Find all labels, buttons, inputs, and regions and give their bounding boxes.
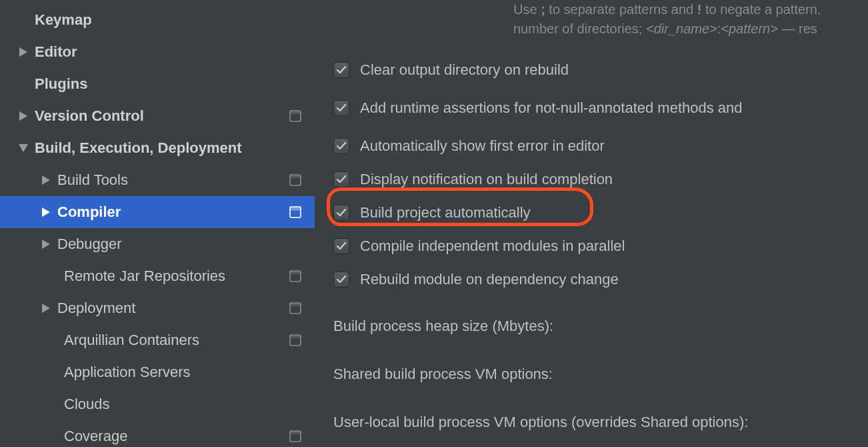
sidebar-label: Keymap	[35, 11, 315, 29]
sidebar-item-build-tools[interactable]: Build Tools	[0, 164, 315, 196]
expand-down-icon[interactable]	[17, 144, 29, 152]
check-display-notification[interactable]: Display notification on build completion	[333, 163, 868, 196]
sidebar-item-clouds[interactable]: Clouds	[0, 388, 315, 420]
sidebar-label: Arquillian Containers	[64, 332, 285, 349]
sidebar-label: Build, Execution, Deployment	[35, 139, 315, 157]
hint-text: to separate patterns and	[545, 2, 697, 17]
sidebar-label: Editor	[35, 43, 315, 61]
sidebar-item-remote-jar[interactable]: Remote Jar Repositories	[0, 260, 315, 292]
checkbox-checked-icon[interactable]	[333, 205, 349, 221]
sidebar-label: Deployment	[57, 300, 285, 317]
sidebar-label: Debugger	[57, 236, 315, 253]
project-scope-icon	[285, 302, 305, 314]
checkbox-checked-icon[interactable]	[333, 138, 349, 154]
svg-rect-13	[290, 431, 301, 434]
sidebar-item-editor[interactable]: Editor	[0, 36, 315, 68]
expand-right-icon[interactable]	[40, 240, 52, 249]
check-show-first-error[interactable]: Automatically show first error in editor	[333, 129, 868, 163]
expand-right-icon[interactable]	[17, 47, 29, 57]
label-user-vm: User-local build process VM options (ove…	[333, 404, 868, 440]
project-scope-icon	[285, 174, 305, 186]
sidebar-label: Clouds	[64, 396, 315, 413]
check-build-automatically[interactable]: Build project automatically	[333, 196, 868, 230]
project-scope-icon	[285, 110, 305, 122]
project-scope-icon	[285, 206, 305, 218]
sidebar-label: Build Tools	[57, 171, 285, 189]
sidebar-label: Version Control	[35, 107, 285, 125]
sidebar-item-plugins[interactable]: Plugins	[0, 68, 315, 100]
expand-right-icon[interactable]	[40, 207, 52, 217]
settings-content: Use ; to separate patterns and ! to nega…	[315, 0, 868, 447]
sidebar-item-deployment[interactable]: Deployment	[0, 292, 315, 324]
check-label: Compile independent modules in parallel	[360, 238, 625, 255]
expand-right-icon[interactable]	[40, 175, 52, 185]
checkbox-checked-icon[interactable]	[333, 100, 349, 116]
hint-dirname: <dir_name>	[646, 21, 717, 36]
checkbox-checked-icon[interactable]	[333, 238, 349, 254]
checkbox-checked-icon[interactable]	[333, 62, 349, 78]
expand-right-icon[interactable]	[17, 111, 29, 121]
sidebar-item-app-servers[interactable]: Application Servers	[0, 356, 315, 388]
project-scope-icon	[285, 334, 305, 346]
sidebar-label: Compiler	[57, 203, 285, 221]
sidebar-label: Coverage	[64, 428, 285, 445]
svg-rect-3	[290, 175, 301, 178]
svg-rect-7	[290, 271, 301, 274]
svg-rect-9	[290, 303, 301, 306]
hint-pattern: <pattern>	[721, 21, 778, 36]
project-scope-icon	[285, 270, 305, 282]
sidebar-item-compiler[interactable]: Compiler	[0, 196, 315, 228]
svg-rect-5	[290, 207, 301, 210]
hint-text: Use	[513, 2, 541, 17]
project-scope-icon	[285, 430, 305, 442]
sidebar-item-arquillian[interactable]: Arquillian Containers	[0, 324, 315, 356]
check-compile-parallel[interactable]: Compile independent modules in parallel	[333, 230, 868, 263]
check-label: Automatically show first error in editor	[360, 137, 605, 155]
hint-text: — res	[778, 21, 817, 36]
check-rebuild-dependency[interactable]: Rebuild module on dependency change	[333, 263, 868, 296]
label-heap-size: Build process heap size (Mbytes):	[333, 308, 868, 344]
checkbox-checked-icon[interactable]	[333, 171, 349, 187]
check-label: Add runtime assertions for not-null-anno…	[360, 99, 743, 117]
sidebar-item-coverage[interactable]: Coverage	[0, 420, 315, 447]
check-label: Clear output directory on rebuild	[360, 61, 569, 79]
pattern-hint: Use ; to separate patterns and ! to nega…	[333, 0, 868, 39]
check-runtime-assertions[interactable]: Add runtime assertions for not-null-anno…	[333, 87, 868, 129]
sidebar-item-build-execution-deployment[interactable]: Build, Execution, Deployment	[0, 132, 315, 164]
hint-text: to negate a pattern.	[701, 2, 821, 17]
label-shared-vm: Shared build process VM options:	[333, 356, 868, 392]
svg-rect-1	[290, 111, 301, 114]
check-label: Build project automatically	[360, 204, 531, 221]
check-label: Display notification on build completion	[360, 171, 613, 188]
sidebar-item-debugger[interactable]: Debugger	[0, 228, 315, 260]
svg-rect-11	[290, 335, 301, 338]
expand-right-icon[interactable]	[40, 304, 52, 313]
checkbox-checked-icon[interactable]	[333, 272, 349, 288]
sidebar-label: Remote Jar Repositories	[64, 268, 285, 285]
hint-text: number of directories;	[513, 21, 646, 36]
sidebar-label: Application Servers	[64, 364, 315, 381]
check-clear-output[interactable]: Clear output directory on rebuild	[333, 53, 868, 87]
check-label: Rebuild module on dependency change	[360, 271, 619, 288]
hint-semicolon: ;	[541, 2, 545, 17]
sidebar-item-version-control[interactable]: Version Control	[0, 100, 315, 132]
sidebar-label: Plugins	[35, 75, 315, 93]
settings-sidebar: Keymap Editor Plugins Version Control	[0, 0, 315, 447]
sidebar-item-keymap[interactable]: Keymap	[0, 4, 315, 36]
